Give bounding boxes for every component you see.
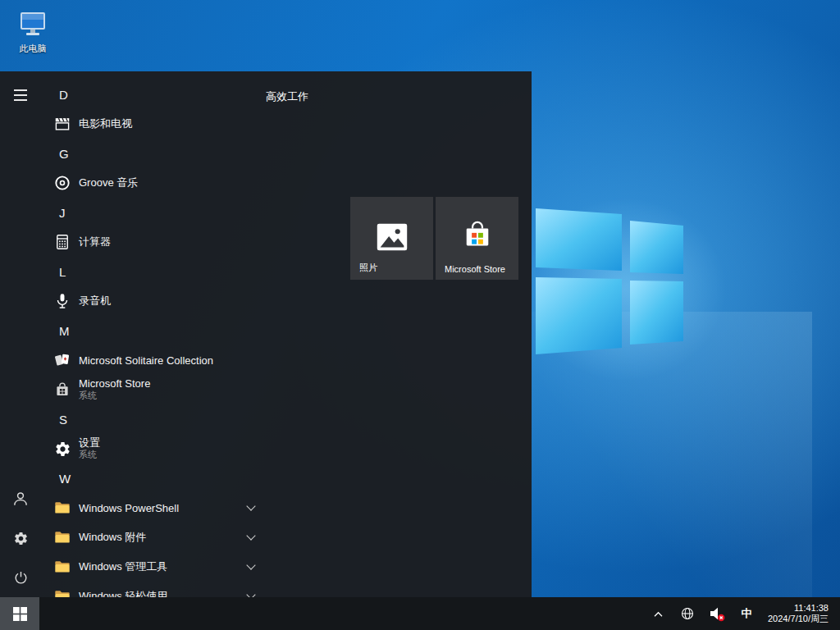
app-item-label: 计算器	[79, 235, 111, 249]
app-item-label: Windows 轻松使用	[79, 589, 167, 597]
gear-icon	[13, 531, 29, 546]
user-account-button[interactable]	[0, 479, 41, 518]
app-item-label: Windows 管理工具	[79, 559, 167, 574]
chevron-down-icon[interactable]	[246, 501, 255, 510]
app-item-windows-accessories[interactable]: Windows 附件	[41, 523, 271, 552]
folder-icon	[52, 527, 72, 547]
section-letter-d[interactable]: D	[41, 80, 271, 109]
store-icon	[459, 218, 495, 258]
clock-time: 11:41:38	[768, 603, 829, 614]
folder-icon	[52, 587, 72, 597]
section-letter-w[interactable]: W	[41, 463, 271, 493]
app-item-movies-tv[interactable]: 电影和电视	[41, 109, 271, 139]
calculator-icon	[52, 232, 72, 252]
power-button[interactable]	[0, 558, 41, 597]
section-letter-label: D	[59, 88, 68, 102]
app-item-label: Microsoft Store	[79, 378, 150, 390]
start-menu-rail	[0, 71, 41, 597]
groove-music-icon	[52, 173, 72, 193]
app-item-subtitle: 系统	[79, 449, 100, 460]
globe-network-icon	[680, 606, 695, 621]
system-tray: 中 11:41:38 2024/7/10/周三	[645, 597, 840, 630]
app-item-label: 电影和电视	[79, 116, 132, 131]
app-item-label: 录音机	[79, 294, 111, 308]
photos-icon	[373, 218, 411, 259]
app-item-label: Windows 附件	[79, 530, 146, 545]
settings-button[interactable]	[0, 518, 41, 558]
chevron-down-icon[interactable]	[246, 590, 255, 597]
tile-label: 照片	[359, 262, 377, 274]
store-icon	[52, 380, 72, 399]
app-item-solitaire[interactable]: Microsoft Solitaire Collection	[41, 345, 271, 375]
app-item-voice-recorder[interactable]: 录音机	[41, 286, 271, 316]
app-item-text: 设置 系统	[79, 437, 100, 460]
app-item-label: Windows PowerShell	[79, 502, 179, 514]
solitaire-icon	[52, 350, 72, 370]
section-letter-g[interactable]: G	[41, 139, 271, 168]
section-letter-s[interactable]: S	[41, 404, 271, 434]
start-menu: D 电影和电视 G	[0, 71, 532, 597]
windows-logo-icon	[13, 607, 27, 621]
tile-microsoft-store[interactable]: Microsoft Store	[436, 197, 518, 280]
start-menu-app-list: D 电影和电视 G	[41, 80, 271, 597]
settings-gear-icon	[52, 439, 72, 459]
app-item-label: 设置	[79, 437, 100, 449]
app-item-windows-ease-of-access[interactable]: Windows 轻松使用	[41, 582, 271, 597]
app-item-settings[interactable]: 设置 系统	[41, 434, 271, 463]
ime-indicator[interactable]: 中	[733, 597, 760, 630]
tile-label: Microsoft Store	[445, 264, 505, 274]
section-letter-label: W	[59, 472, 71, 486]
section-letter-label: J	[59, 206, 66, 220]
app-item-text: Microsoft Store 系统	[79, 378, 150, 401]
section-letter-label: S	[59, 413, 67, 427]
app-item-microsoft-store[interactable]: Microsoft Store 系统	[41, 375, 271, 404]
tray-overflow-button[interactable]	[645, 597, 671, 630]
start-button[interactable]	[0, 597, 39, 630]
app-item-label: Microsoft Solitaire Collection	[79, 354, 213, 367]
hamburger-icon	[14, 89, 27, 101]
desktop: 此电脑	[0, 0, 840, 630]
section-letter-label: G	[59, 147, 69, 161]
desktop-icon-this-pc[interactable]: 此电脑	[10, 10, 56, 55]
desktop-icon-label: 此电脑	[10, 43, 56, 55]
this-pc-icon	[17, 10, 48, 38]
tile-photos[interactable]: 照片	[350, 197, 433, 280]
folder-icon	[52, 498, 72, 518]
network-status-button[interactable]	[674, 597, 701, 630]
chevron-up-icon	[653, 610, 664, 618]
volume-button[interactable]	[704, 597, 730, 630]
chevron-down-icon[interactable]	[246, 531, 255, 540]
clock-date: 2024/7/10/周三	[768, 614, 829, 624]
volume-muted-icon	[709, 605, 725, 622]
windows-logo-wallpaper	[532, 203, 696, 368]
folder-icon	[52, 557, 72, 577]
chevron-down-icon[interactable]	[246, 560, 255, 569]
expand-menu-button[interactable]	[0, 75, 41, 115]
voice-recorder-icon	[52, 291, 72, 311]
section-letter-label: L	[59, 265, 66, 279]
app-item-windows-admin-tools[interactable]: Windows 管理工具	[41, 552, 271, 582]
app-item-subtitle: 系统	[79, 390, 150, 401]
power-icon	[13, 570, 29, 586]
app-item-calculator[interactable]: 计算器	[41, 227, 271, 257]
app-item-groove-music[interactable]: Groove 音乐	[41, 168, 271, 198]
taskbar-clock[interactable]: 11:41:38 2024/7/10/周三	[763, 603, 833, 624]
section-letter-l[interactable]: L	[41, 257, 271, 286]
user-icon	[12, 491, 29, 507]
taskbar: 中 11:41:38 2024/7/10/周三	[0, 597, 840, 630]
section-letter-j[interactable]: J	[41, 198, 271, 227]
movies-tv-icon	[52, 114, 72, 134]
tile-group-title: 高效工作	[266, 89, 308, 104]
app-item-windows-powershell[interactable]: Windows PowerShell	[41, 493, 271, 523]
section-letter-label: M	[59, 324, 70, 338]
section-letter-m[interactable]: M	[41, 316, 271, 345]
app-item-label: Groove 音乐	[79, 176, 138, 190]
